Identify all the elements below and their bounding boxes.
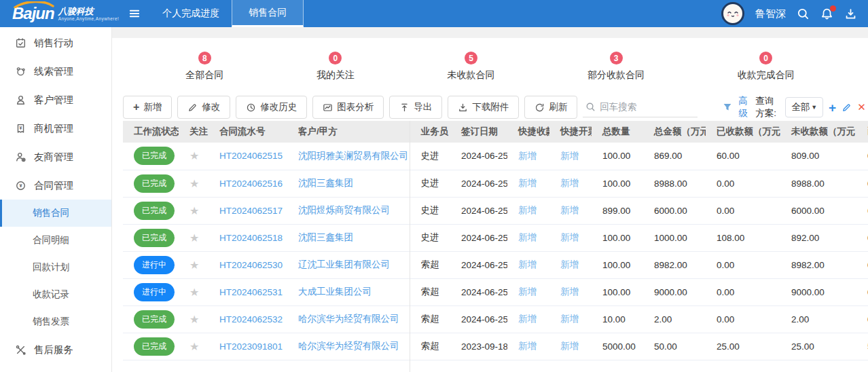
after-sales-icon <box>15 344 26 356</box>
stat-label: 收款完成合同 <box>738 69 795 81</box>
sidebar-item[interactable]: 销售行动 <box>0 29 111 57</box>
stat-item[interactable]: 3部分收款合同 <box>587 52 645 90</box>
contract-link[interactable]: HT2024062531 <box>219 287 283 297</box>
sidebar-subitem[interactable]: 销售发票 <box>0 308 111 335</box>
sidebar-item[interactable]: 客户管理 <box>0 86 111 114</box>
下载附件-button[interactable]: 下载附件 <box>448 96 519 119</box>
edit-query-plan-button[interactable] <box>842 103 852 113</box>
quick-invoice-link[interactable]: 新增 <box>560 314 579 324</box>
contract-link[interactable]: HT2024062532 <box>219 314 283 324</box>
customer-link[interactable]: 沈阳煜烁商贸有限公司 <box>298 205 390 215</box>
contract-link[interactable]: HT2024062518 <box>219 233 283 243</box>
刷新-button[interactable]: 刷新 <box>524 96 577 119</box>
table-body: 已完成★HT2024062515沈阳玥雅美澜贸易有限公司史进2024-06-25… <box>123 143 868 372</box>
unreceived-amount-cell: 8982.00 <box>780 251 856 278</box>
customer-cell: 沈阳煜烁商贸有限公司 <box>287 197 410 224</box>
quick-invoice-link[interactable]: 新增 <box>560 259 579 269</box>
column-header: 已 <box>856 121 868 143</box>
nav-tab-销售合同[interactable]: 销售合同 <box>232 0 304 27</box>
table-row-empty <box>123 360 868 372</box>
contract-link[interactable]: HT2024062530 <box>219 260 283 270</box>
sidebar-item[interactable]: ¥商机管理 <box>0 114 111 143</box>
customer-link[interactable]: 沈阳三鑫集团 <box>298 232 353 242</box>
avatar[interactable] <box>721 2 744 25</box>
contract-link[interactable]: HT2024062515 <box>219 151 283 161</box>
delete-query-plan-button[interactable]: ✕ <box>857 101 866 113</box>
修改历史-button[interactable]: 修改历史 <box>236 96 307 119</box>
customer-link[interactable]: 辽沈工业集团有限公司 <box>298 259 390 269</box>
user-name[interactable]: 鲁智深 <box>755 7 786 20</box>
sidebar-subitem[interactable]: 销售合同 <box>0 200 111 227</box>
导出-button[interactable]: 导出 <box>389 96 442 119</box>
favorite-star-icon[interactable]: ★ <box>189 232 199 244</box>
quick-payment-link[interactable]: 新增 <box>518 178 537 188</box>
search-icon[interactable] <box>797 7 810 20</box>
sidebar-item-label: 销售行动 <box>34 37 73 50</box>
sidebar-item[interactable]: 售后服务 <box>0 335 111 364</box>
clipped-cell: 0 <box>856 305 868 333</box>
quick-invoice-link[interactable]: 新增 <box>560 341 579 351</box>
notification-bell-icon[interactable] <box>820 7 833 20</box>
unreceived-amount-cell: 25.00 <box>780 333 856 360</box>
quick-invoice-link[interactable]: 新增 <box>560 286 579 297</box>
stat-item[interactable]: 5未收款合同 <box>447 52 494 90</box>
favorite-star-icon[interactable]: ★ <box>189 259 199 271</box>
quick-invoice-link[interactable]: 新增 <box>560 205 579 215</box>
quick-payment-link[interactable]: 新增 <box>518 259 537 269</box>
quick-invoice-link[interactable]: 新增 <box>560 151 579 161</box>
quick-payment-link[interactable]: 新增 <box>518 286 537 297</box>
contracts-table: 工作流状态关注合同流水号客户/甲方业务员签订日期快捷收款快捷开票总数量总金额（万… <box>123 121 868 372</box>
sidebar-item[interactable]: ¥合同管理 <box>0 171 111 200</box>
menu-toggle-icon[interactable] <box>119 0 150 27</box>
unreceived-amount-cell: 8988.00 <box>780 170 856 197</box>
favorite-star-icon[interactable]: ★ <box>189 205 199 217</box>
sidebar-subitem[interactable]: 收款记录 <box>0 281 111 308</box>
contract-link[interactable]: HT2023091801 <box>219 341 283 352</box>
quick-invoice-link[interactable]: 新增 <box>560 178 579 188</box>
sidebar-subitem[interactable]: 回款计划 <box>0 254 111 281</box>
query-plan-select[interactable]: 全部 ▼ <box>785 97 823 117</box>
quick-payment-link[interactable]: 新增 <box>518 151 537 161</box>
sidebar-subitem[interactable]: 合同明细 <box>0 227 111 254</box>
新增-button[interactable]: +新增 <box>123 96 172 119</box>
favorite-star-icon[interactable]: ★ <box>189 341 199 352</box>
favorite-star-icon[interactable]: ★ <box>189 286 199 298</box>
contract-link[interactable]: HT2024062516 <box>219 179 283 189</box>
favorite-star-icon[interactable]: ★ <box>189 178 199 189</box>
sign-date-cell: 2024-06-25 <box>450 278 507 305</box>
advanced-search-link[interactable]: 高级 <box>738 95 750 119</box>
favorite-star-icon[interactable]: ★ <box>189 314 199 325</box>
quick-invoice-link[interactable]: 新增 <box>560 232 579 242</box>
contract-link[interactable]: HT2024062517 <box>219 206 283 216</box>
customer-link[interactable]: 哈尔滨华为经贸有限公司 <box>298 341 399 351</box>
sidebar-item[interactable]: 线索管理 <box>0 57 111 86</box>
nav-tab-个人完成进度[interactable]: 个人完成进度 <box>150 0 232 27</box>
search-input[interactable] <box>600 102 695 112</box>
sidebar-item-label: 客户管理 <box>34 94 73 107</box>
图表分析-button[interactable]: 图表分析 <box>312 96 384 119</box>
salesperson-cell: 索超 <box>410 305 450 333</box>
sign-date-cell: 2024-06-25 <box>450 305 507 333</box>
stat-item[interactable]: 0我的关注 <box>317 52 355 90</box>
customer-link[interactable]: 哈尔滨华为经贸有限公司 <box>298 314 399 324</box>
sidebar-item[interactable]: 业绩指标 <box>0 364 111 372</box>
received-amount-cell: 0.00 <box>706 170 780 197</box>
quick-payment-link[interactable]: 新增 <box>518 232 537 242</box>
filter-funnel-icon[interactable] <box>722 102 733 113</box>
quick-payment-link[interactable]: 新增 <box>518 314 537 324</box>
stat-count-badge: 5 <box>465 52 477 64</box>
search-box <box>583 97 698 117</box>
unreceived-amount-cell: 6000.00 <box>780 197 856 224</box>
favorite-star-icon[interactable]: ★ <box>189 150 199 162</box>
stat-item[interactable]: 8全部合同 <box>185 52 223 90</box>
quick-payment-link[interactable]: 新增 <box>518 341 537 351</box>
sidebar-item[interactable]: 友商管理 <box>0 143 111 171</box>
download-icon[interactable] <box>844 7 857 20</box>
customer-link[interactable]: 沈阳三鑫集团 <box>298 178 353 188</box>
add-query-plan-button[interactable]: + <box>829 101 836 114</box>
stat-item[interactable]: 0收款完成合同 <box>738 52 795 90</box>
quick-payment-link[interactable]: 新增 <box>518 205 537 215</box>
修改-button[interactable]: 修改 <box>177 96 230 119</box>
customer-link[interactable]: 沈阳玥雅美澜贸易有限公司 <box>298 151 408 161</box>
customer-link[interactable]: 大成工业集团公司 <box>298 286 372 297</box>
